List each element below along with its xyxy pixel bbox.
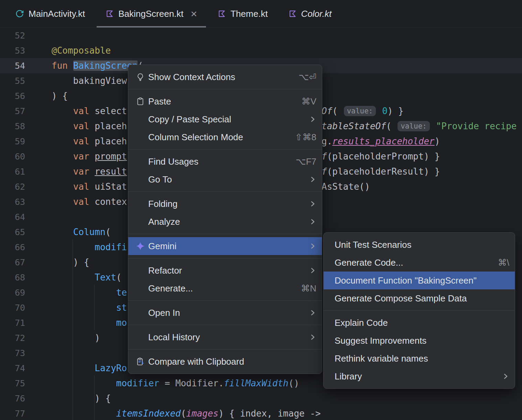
code-token: ) { index, image -> — [218, 408, 320, 419]
code-token: (placeholderResult) } — [327, 166, 440, 177]
menu-shortcut: ⇧⌘8 — [295, 132, 316, 143]
code-text-continued: tableStateOf( value: "Provide recipe of — [322, 119, 522, 134]
code-line-52: 52 — [0, 28, 522, 43]
code-token — [52, 121, 73, 131]
code-token — [431, 121, 436, 131]
code-text: ) — [25, 333, 100, 343]
menu-shortcut: ⌥⏎ — [298, 72, 316, 82]
code-text: val select — [25, 106, 127, 116]
code-token: f — [322, 166, 327, 177]
menu-item-analyze[interactable]: Analyze — [128, 213, 322, 231]
code-token: = Modifier. — [159, 378, 224, 388]
menu-item-copy-paste-special[interactable]: Copy / Paste Special — [128, 110, 322, 128]
code-token: f — [322, 151, 327, 162]
menu-item-label: Generate Code... — [335, 257, 490, 268]
line-number: 53 — [0, 46, 25, 56]
menu-item-label: Suggest Improvements — [335, 335, 509, 346]
menu-item-document-function-bakingscreen[interactable]: Document Function "BakingScreen" — [324, 272, 515, 289]
code-token — [52, 166, 73, 177]
tab-mainactivity-kt[interactable]: MainActivity.kt — [5, 0, 95, 27]
menu-item-generate-code[interactable]: Generate Code...⌘\ — [324, 254, 515, 272]
menu-shortcut: ⌘N — [301, 283, 316, 294]
menu-item-label: Explain Code — [335, 318, 509, 328]
close-icon[interactable]: × — [191, 8, 197, 19]
menu-item-find-usages[interactable]: Find Usages⌥F7 — [128, 153, 322, 170]
code-token: ) { — [52, 91, 68, 101]
code-token: 0 — [382, 106, 388, 116]
code-token — [52, 181, 73, 192]
code-text: var prompt — [25, 151, 127, 162]
menu-item-unit-test-scenarios[interactable]: Unit Test Scenarios — [324, 236, 515, 254]
menu-separator — [128, 89, 322, 89]
line-number: 63 — [0, 197, 25, 207]
menu-item-generate[interactable]: Generate...⌘N — [128, 279, 322, 297]
code-token: st — [116, 302, 127, 313]
tab-bakingscreen-kt[interactable]: BakingScreen.kt× — [95, 0, 207, 27]
menu-item-local-history[interactable]: Local History — [128, 328, 322, 346]
code-token: ( — [116, 272, 122, 283]
code-token — [52, 136, 73, 146]
menu-separator — [128, 149, 322, 150]
menu-item-column-selection-mode[interactable]: Column Selection Mode⇧⌘8 — [128, 128, 322, 146]
line-number: 67 — [0, 257, 25, 267]
code-line-53: 53@Composable — [0, 43, 522, 58]
compose-activity-icon — [15, 9, 24, 18]
menu-item-library[interactable]: Library — [324, 367, 515, 385]
code-text: var result — [25, 166, 127, 177]
code-token: ) { — [52, 393, 111, 404]
menu-item-label: Compare with Clipboard — [148, 356, 316, 367]
menu-item-rethink-variable-names[interactable]: Rethink variable names — [324, 350, 515, 367]
code-token: Column — [73, 227, 106, 237]
code-text: ) { — [25, 91, 68, 101]
code-text: te — [25, 287, 127, 298]
code-token: @Composable — [52, 45, 111, 56]
menu-item-refactor[interactable]: Refactor — [128, 262, 322, 279]
code-text: bakingView — [25, 76, 127, 86]
code-token — [52, 151, 73, 162]
menu-item-compare-with-clipboard[interactable]: Compare with Clipboard — [128, 353, 322, 371]
menu-item-label: Document Function "BakingScreen" — [335, 275, 509, 286]
code-line-76: 76 ) { — [0, 391, 522, 406]
code-text-continued: Of( value: 0) } — [322, 103, 404, 119]
code-token: var — [73, 166, 95, 177]
code-token: select — [95, 106, 127, 116]
menu-item-explain-code[interactable]: Explain Code — [324, 314, 515, 332]
menu-item-label: Refactor — [148, 265, 303, 276]
code-token: () — [289, 378, 299, 388]
tab-theme-kt[interactable]: Theme.kt — [207, 0, 278, 27]
compare-clipboard-icon — [132, 357, 148, 366]
code-text: modifier = Modifier.fillMaxWidth() — [25, 378, 299, 388]
code-token — [52, 363, 95, 373]
tab-bar: MainActivity.ktBakingScreen.kt×Theme.ktC… — [0, 0, 522, 28]
code-text: fun BakingScreen( — [25, 60, 143, 71]
menu-item-label: Folding — [148, 199, 303, 209]
code-text: mo — [25, 318, 127, 328]
code-token: ( — [106, 227, 111, 237]
chevron-right-icon — [307, 242, 316, 250]
menu-separator — [324, 310, 515, 311]
menu-item-paste[interactable]: Paste⌘V — [128, 92, 322, 110]
chevron-right-icon — [307, 200, 316, 208]
code-text: val placeh — [25, 136, 127, 146]
code-token: val — [73, 106, 95, 116]
chevron-right-icon — [307, 309, 316, 317]
line-number: 61 — [0, 167, 25, 177]
code-token: val — [73, 136, 95, 146]
code-token: modifi — [95, 242, 127, 252]
menu-item-suggest-improvements[interactable]: Suggest Improvements — [324, 332, 515, 350]
menu-item-open-in[interactable]: Open In — [128, 304, 322, 322]
menu-item-folding[interactable]: Folding — [128, 195, 322, 213]
line-number: 75 — [0, 378, 25, 388]
kotlin-file-icon — [106, 10, 114, 18]
menu-item-gemini[interactable]: Gemini — [128, 237, 322, 255]
menu-item-show-context-actions[interactable]: Show Context Actions⌥⏎ — [128, 68, 322, 86]
menu-item-label: Go To — [148, 174, 303, 185]
code-token: AsState() — [322, 181, 370, 192]
menu-shortcut: ⌥F7 — [296, 156, 316, 167]
code-token: val — [73, 181, 95, 192]
code-text: val contex — [25, 197, 127, 207]
code-text: modifi — [25, 242, 127, 252]
tab-color-kt[interactable]: Color.kt — [278, 0, 342, 27]
menu-item-generate-compose-sample-data[interactable]: Generate Compose Sample Data — [324, 289, 515, 307]
menu-item-go-to[interactable]: Go To — [128, 170, 322, 188]
